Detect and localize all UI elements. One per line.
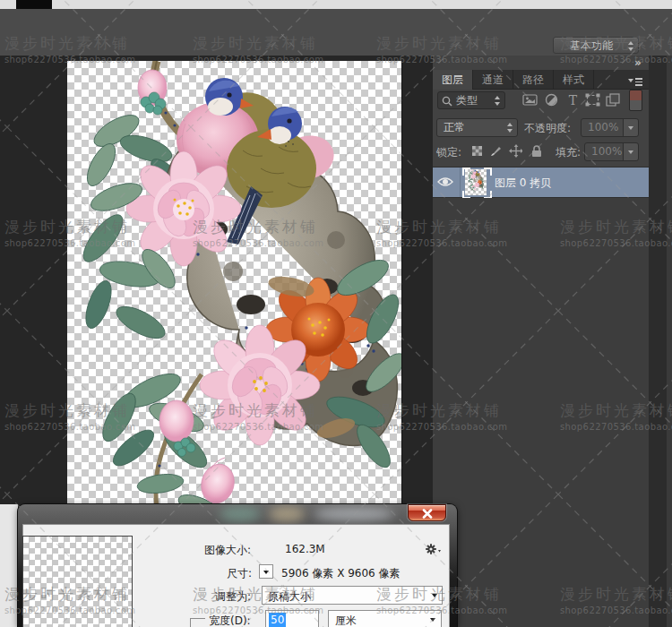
width-label: 宽度(D): bbox=[209, 614, 251, 627]
glass-blur-blob bbox=[269, 506, 305, 522]
filter-type-label: 类型 bbox=[456, 94, 478, 107]
filter-adjustment-layers-icon[interactable] bbox=[544, 93, 559, 107]
dock-edge bbox=[649, 56, 672, 627]
panel-tabbar: 图层通道路径样式 bbox=[433, 70, 649, 90]
gear-icon[interactable] bbox=[425, 542, 443, 556]
workspace-switcher-label: 基本功能 bbox=[570, 39, 613, 52]
fill-value: 100% bbox=[591, 145, 622, 158]
opacity-value: 100% bbox=[588, 121, 618, 133]
lock-all-icon[interactable] bbox=[530, 144, 543, 158]
filter-on-off-toggle[interactable] bbox=[629, 90, 642, 111]
opacity-combo[interactable]: 100% bbox=[581, 118, 639, 137]
layers-panel: » 图层通道路径样式 类型 T 正常 不透明度: 100% bbox=[433, 56, 649, 627]
fit-to-value: 原稿大小 bbox=[268, 589, 311, 605]
blend-mode-value: 正常 bbox=[444, 121, 465, 133]
desktop-strip bbox=[0, 0, 672, 9]
image-size-value: 162.3M bbox=[285, 543, 325, 555]
lock-pixels-brush-icon[interactable] bbox=[489, 144, 503, 158]
dimensions-value: 5906 像素 X 9606 像素 bbox=[281, 566, 401, 581]
dimensions-label: 尺寸: bbox=[227, 566, 252, 581]
panel-menu-icon[interactable] bbox=[628, 75, 642, 86]
image-size-label: 图像大小: bbox=[204, 543, 251, 558]
width-input[interactable]: 50 bbox=[265, 610, 319, 627]
image-preview-pane bbox=[22, 536, 133, 627]
layer-row[interactable]: 图层 0 拷贝 bbox=[433, 167, 649, 198]
filter-pixel-layers-icon[interactable] bbox=[522, 93, 538, 107]
workspace-switcher-button[interactable]: 基本功能 bbox=[553, 37, 639, 54]
artwork-birds-peonies bbox=[67, 61, 401, 504]
tab-styles[interactable]: 样式 bbox=[554, 70, 594, 90]
opacity-label: 不透明度: bbox=[524, 121, 571, 136]
width-unit-value: 厘米 bbox=[335, 614, 357, 627]
document-canvas[interactable] bbox=[67, 61, 401, 504]
link-dimensions-bracket bbox=[190, 618, 205, 627]
opacity-dropdown-icon[interactable] bbox=[623, 119, 638, 136]
layer-name: 图层 0 拷贝 bbox=[495, 176, 551, 191]
fill-combo[interactable]: 100% bbox=[584, 142, 639, 161]
filter-shape-layers-icon[interactable] bbox=[585, 93, 600, 107]
thumb-bracket bbox=[484, 167, 492, 176]
tab-channels[interactable]: 通道 bbox=[473, 70, 513, 90]
collapse-panels-icon[interactable]: » bbox=[630, 58, 646, 70]
thumb-bracket bbox=[462, 167, 470, 176]
layer-filter-type-select[interactable]: 类型 bbox=[437, 91, 505, 109]
fill-label: 填充: bbox=[556, 145, 581, 160]
svg-text:T: T bbox=[569, 93, 578, 107]
filter-spinner-icon bbox=[495, 96, 501, 106]
lock-transparency-icon[interactable] bbox=[470, 144, 484, 158]
blend-mode-select[interactable]: 正常 bbox=[436, 118, 518, 137]
glass-blur-blob bbox=[314, 507, 394, 521]
layer-visibility-cell[interactable] bbox=[433, 167, 461, 197]
fit-to-label: 调整为: bbox=[215, 589, 251, 605]
fill-dropdown-icon[interactable] bbox=[623, 143, 638, 160]
lock-position-move-icon[interactable] bbox=[509, 144, 522, 158]
dialog-close-button[interactable] bbox=[408, 504, 446, 521]
width-value: 50 bbox=[269, 613, 286, 627]
photoshop-window: 基本功能 » 图层通道路径样式 类型 T 正常 bbox=[0, 0, 672, 627]
layers-panel-body bbox=[433, 198, 649, 627]
tab-layers[interactable]: 图层 bbox=[433, 70, 473, 90]
lock-icon-group bbox=[433, 144, 576, 159]
workspace-spinner-icon bbox=[628, 41, 634, 51]
tab-paths[interactable]: 路径 bbox=[513, 70, 554, 90]
filter-type-layers-icon[interactable]: T bbox=[565, 93, 581, 107]
filter-smart-objects-icon[interactable] bbox=[606, 93, 621, 107]
width-unit-select[interactable]: 厘米 bbox=[328, 610, 442, 627]
search-icon bbox=[442, 96, 452, 107]
eye-icon bbox=[437, 176, 453, 188]
menu-fragment bbox=[16, 0, 52, 9]
dialog-left-edge bbox=[0, 504, 18, 627]
dimensions-unit-toggle[interactable] bbox=[259, 564, 273, 579]
fit-to-select[interactable]: 原稿大小 bbox=[262, 586, 443, 605]
blend-spinner-icon bbox=[507, 123, 513, 133]
glass-blur-blob bbox=[220, 506, 261, 522]
close-icon bbox=[422, 509, 433, 519]
